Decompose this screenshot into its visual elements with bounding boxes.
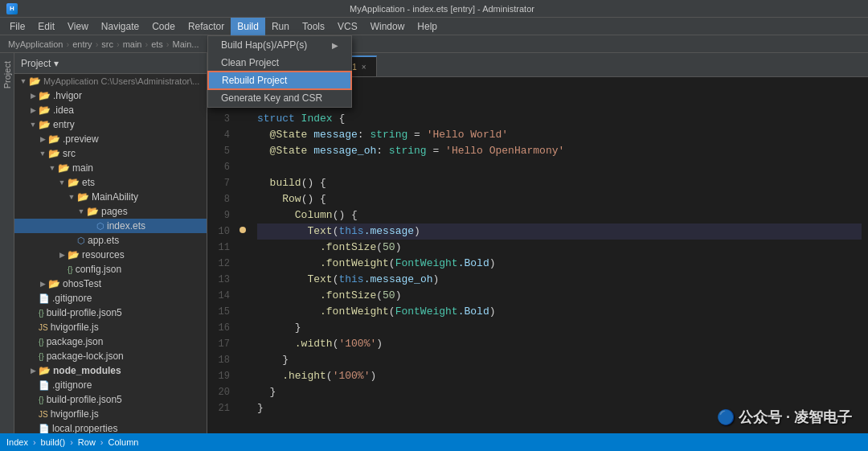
tree-item-mainability[interactable]: ▼📂MainAbility [14,190,207,204]
code-token: string [389,143,427,159]
line-number-12: 12 [207,256,230,272]
project-tab[interactable]: Project [1,56,14,93]
tree-item-package-lock[interactable]: {}package-lock.json [14,349,207,363]
code-token: ) [395,240,402,256]
tree-label-gitignore-entry: .gitignore [52,293,92,304]
tree-item-build-profile-root[interactable]: {}build-profile.json5 [14,392,207,407]
code-token: message [307,127,357,143]
tree-file-icon-mainability: 📂 [77,191,89,203]
tree-file-icon-preview: 📂 [48,133,60,145]
tree-item-gitignore-entry[interactable]: 📄.gitignore [14,291,207,305]
tree-file-icon-hvigorfile-root: JS [39,410,48,419]
code-token: struct [257,111,301,127]
code-token: .message_oh [364,272,433,288]
tree-item-ohostest[interactable]: ▶📂ohosTest [14,277,207,291]
tree-item-preview[interactable]: ▶📂.preview [14,132,207,146]
tree-label-mainability: MainAbility [92,191,138,203]
menu-bar: FileEditViewNavigateCodeRefactorBuildRun… [0,18,868,35]
breadcrumb-sep-1: › [96,39,99,49]
tree-item-src[interactable]: ▼📂src [14,146,207,161]
tree-item-entry[interactable]: ▼📂entry [14,117,207,132]
menu-item-help[interactable]: Help [411,18,444,35]
menu-item-window[interactable]: Window [364,18,411,35]
tree-item-app-ets[interactable]: ⬡app.ets [14,233,207,248]
dropdown-item-rebuild-project[interactable]: Rebuild Project [208,72,351,89]
code-token: : [376,143,389,159]
menu-item-tools[interactable]: Tools [296,18,331,35]
tree-arrow-resources: ▶ [56,251,68,259]
build-dropdown: Build Hap(s)/APP(s)▶Clean ProjectRebuild… [207,35,352,108]
menu-item-edit[interactable]: Edit [31,18,61,35]
menu-item-view[interactable]: View [61,18,95,35]
code-token: .fontWeight [320,256,389,272]
tree-arrow-entry: ▼ [27,121,39,129]
tree-file-icon-idea: 📂 [39,105,51,116]
tree-file-icon-root: 📂 [29,76,41,87]
tree-label-hvigorfile: hvigorfile.js [51,322,99,333]
line-number-15: 15 [207,304,230,320]
tree-file-icon-hvigorfile: JS [39,323,48,332]
tree-label-src: src [63,148,76,159]
breadcrumb-sep-2: › [117,39,120,49]
menu-item-navigate[interactable]: Navigate [95,18,145,35]
code-token: Text [307,272,332,288]
code-token: } [257,320,301,336]
tree-arrow-hvigor: ▶ [27,92,39,100]
menu-item-code[interactable]: Code [145,18,182,35]
dropdown-item-generate-key[interactable]: Generate Key and CSR [208,89,351,107]
code-line-18: } [257,352,862,368]
code-line-8: Row() { [257,191,862,207]
gutter-dot-10 [240,227,246,233]
tree-item-build-profile[interactable]: {}build-profile.json5 [14,305,207,320]
dropdown-item-clean-project[interactable]: Clean Project [208,54,351,72]
tree-item-idea[interactable]: ▶📂.idea [14,103,207,117]
code-token: this [338,223,363,240]
tree-item-index-ets[interactable]: ⬡index.ets [14,219,207,233]
tree-label-ets: ets [82,177,95,188]
menu-item-run[interactable]: Run [265,18,296,35]
code-token: ) [376,336,383,352]
menu-item-refactor[interactable]: Refactor [182,18,231,35]
code-token: 'Hello OpenHarmony' [445,143,564,159]
tree-label-app-ets: app.ets [88,235,119,246]
menu-item-vcs[interactable]: VCS [331,18,364,35]
code-token: = [427,143,445,159]
tree-item-gitignore-root[interactable]: 📄.gitignore [14,378,207,392]
tree-item-main[interactable]: ▼📂main [14,161,207,175]
tree-item-resources[interactable]: ▶📂resources [14,248,207,262]
line-number-5: 5 [207,143,230,159]
line-number-4: 4 [207,127,230,143]
status-bc-sep-2: › [100,437,104,447]
tree-item-hvigorfile[interactable]: JShvigorfile.js [14,320,207,334]
tree-item-hvigorfile-root[interactable]: JShvigorfile.js [14,407,207,421]
line-number-17: 17 [207,336,230,352]
code-token: 50 [383,240,395,256]
tree-item-hvigor[interactable]: ▶📂.hvigor [14,88,207,103]
code-token: .Bold [458,256,489,272]
tree-item-ets[interactable]: ▼📂ets [14,175,207,190]
code-token: @State [270,127,308,143]
code-line-11: .fontSize(50) [257,240,862,256]
file-tree[interactable]: Project ▾ ▼📂MyApplication C:\Users\Admin… [14,53,207,433]
menu-item-file[interactable]: File [3,18,31,35]
tree-label-pages: pages [101,206,128,217]
tree-item-local-props[interactable]: 📄local.properties [14,421,207,433]
code-editor[interactable]: 123456789101112131415161718192021 @Entry… [207,77,868,433]
menu-item-build[interactable]: Build [231,18,265,35]
tree-label-entry: entry [53,119,75,130]
side-tab[interactable]: Project [0,53,14,433]
code-token: } [257,352,289,368]
dropdown-item-build-hap[interactable]: Build Hap(s)/APP(s)▶ [208,36,351,54]
code-token: ) [370,368,376,384]
tree-item-root[interactable]: ▼📂MyApplication C:\Users\Administrator\.… [14,74,207,88]
code-token [257,175,270,191]
tree-item-config-json[interactable]: {}config.json [14,262,207,277]
tree-item-pages[interactable]: ▼📂pages [14,204,207,219]
tree-arrow-node-modules: ▶ [27,367,39,375]
tree-label-package-lock: package-lock.json [47,351,124,362]
tree-item-package-json[interactable]: {}package.json [14,334,207,349]
breadcrumb-part-5: Main... [173,39,199,49]
status-bc-part-3: Column [108,437,139,447]
tree-item-node-modules[interactable]: ▶📂node_modules [14,363,207,378]
tab-close-index-ets[interactable]: × [362,63,366,72]
